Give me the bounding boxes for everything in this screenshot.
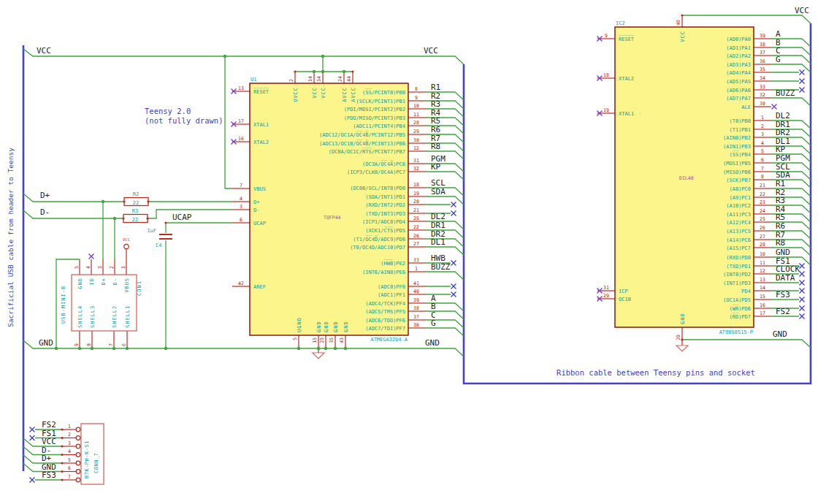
u1-pin-number: 43 bbox=[339, 337, 345, 343]
ic2-pin-name: ALE bbox=[741, 104, 751, 110]
net-label[interactable]: R8 bbox=[776, 238, 785, 248]
con1-pin-number: 1 bbox=[121, 266, 126, 269]
junction-dot bbox=[344, 347, 347, 350]
net-label[interactable]: DATA bbox=[776, 273, 795, 283]
u1-pin-number: 10 bbox=[413, 103, 419, 109]
u1-pin-name: XTAL2 bbox=[253, 140, 269, 145]
pin-endpoint-dot bbox=[61, 428, 63, 430]
u1-pin-number: 11 bbox=[413, 112, 419, 118]
conn7-pin-circle bbox=[76, 427, 80, 432]
junction-dot bbox=[321, 55, 324, 58]
net-wire bbox=[426, 196, 464, 205]
gnd-symbol bbox=[676, 345, 688, 351]
net-label[interactable]: R8 bbox=[431, 142, 440, 151]
ic2-pin-name: XTAL2 bbox=[619, 76, 634, 82]
u1-pin-number: 2 bbox=[288, 79, 294, 82]
u1-pin-number: 36 bbox=[413, 322, 419, 328]
u1-pin-name: (ICP1/ADC8)PD4 bbox=[362, 219, 405, 225]
ic2-pin-number: 5 bbox=[761, 148, 764, 154]
dplus-wire-a bbox=[23, 194, 124, 202]
u1-pin-name: (T1/O̅C̅4̅D̅/ADC9)PD6 bbox=[353, 235, 405, 242]
ic2-pin-number: 23 bbox=[760, 199, 765, 205]
ic2-pin-name: (AD3)PA3 bbox=[726, 62, 751, 68]
ic2-pin-number: 34 bbox=[760, 75, 765, 81]
ic2-pin-name: VCC bbox=[680, 31, 686, 42]
junction-dot bbox=[102, 200, 104, 203]
net-label-vcc[interactable]: VCC bbox=[795, 6, 809, 15]
ic2-pin-name: OC1B bbox=[619, 297, 631, 302]
ic2-pin-number: 17 bbox=[760, 310, 765, 316]
net-label-vcc[interactable]: VCC bbox=[424, 46, 438, 56]
net-label[interactable]: FS2 bbox=[776, 307, 790, 316]
net-label-ucap[interactable]: UCAP bbox=[172, 213, 192, 222]
vcc-power-symbol bbox=[124, 244, 129, 248]
u1-pin-name: GND bbox=[333, 321, 339, 332]
net-label[interactable]: FS3 bbox=[776, 290, 790, 299]
junction-dot bbox=[334, 347, 337, 350]
ic2-pin-name: (W̅R̅)PD6 bbox=[729, 305, 751, 311]
ic2-pin-number: 12 bbox=[760, 268, 765, 274]
u1-pin-number: 23 bbox=[319, 337, 325, 343]
net-label[interactable]: DL1 bbox=[431, 237, 445, 247]
schematic-canvas[interactable]: U1TQFP44ATMEGA32U4-A13R̅E̅S̅E̅T̅17XTAL11… bbox=[0, 0, 826, 504]
net-label-gnd[interactable]: GND bbox=[39, 338, 53, 348]
ic2-pin-number: 19 bbox=[603, 107, 609, 113]
con1-pin-number: 7 bbox=[108, 343, 114, 346]
u1-pin-name: XTAL1 bbox=[253, 122, 269, 128]
net-label-vcc[interactable]: VCC bbox=[37, 46, 51, 56]
con1-pin-name: D- bbox=[112, 278, 118, 285]
u1-pin-number: 44 bbox=[346, 76, 352, 82]
net-label[interactable]: BUZZ bbox=[431, 262, 451, 272]
ic2-part-name: AT90S8515-P bbox=[719, 329, 753, 335]
u1-pin-number: 13 bbox=[238, 85, 244, 91]
u1-pin-name: GND bbox=[316, 321, 322, 332]
ic2-pin-name: (T0)PB0 bbox=[729, 118, 751, 124]
u1-pin-name: (ADC0)PF0 bbox=[378, 284, 405, 290]
net-label[interactable]: G bbox=[776, 55, 781, 64]
pin-endpoint-dot bbox=[61, 437, 63, 439]
ic2-pin-name: (TXD)PD1 bbox=[726, 264, 751, 270]
u1-pin-name: UVCC bbox=[293, 87, 299, 102]
u1-pin-number: 32 bbox=[413, 166, 419, 172]
ic2-pin-name: PD4 bbox=[741, 289, 751, 294]
con1-pin-number: 4 bbox=[85, 266, 91, 269]
net-label-gnd[interactable]: GND bbox=[773, 329, 787, 339]
ic2-pin-name: GND bbox=[680, 313, 686, 324]
c4-reference: C4 bbox=[156, 243, 161, 248]
junction-dot bbox=[313, 70, 316, 73]
u1-pin-name: R̅E̅S̅E̅T̅ bbox=[253, 88, 269, 94]
net-label[interactable]: SDA bbox=[431, 187, 445, 196]
u1-pin-number: 16 bbox=[238, 136, 244, 142]
net-label-dplus[interactable]: D+ bbox=[40, 191, 50, 200]
net-label[interactable]: G bbox=[431, 318, 436, 328]
u1-pin-name: (OC3A/O̅C̅4̅A̅)PC6 bbox=[362, 160, 405, 167]
no-connect-x-icon bbox=[800, 79, 805, 84]
con1-pin-name: ID bbox=[89, 278, 95, 285]
ic2-pin-name: (AIN1)PB3 bbox=[723, 144, 751, 150]
conn7-pin-number: 3 bbox=[68, 440, 71, 446]
net-label-dminus[interactable]: D- bbox=[40, 207, 50, 217]
u1-pin-number: 42 bbox=[238, 280, 244, 286]
conn7-pin-number: 6 bbox=[68, 465, 71, 471]
junction-dot bbox=[317, 347, 320, 350]
r3-value: 22 bbox=[132, 217, 138, 223]
ic2-pin-number: 33 bbox=[760, 84, 765, 90]
ic2-pin-number: 15 bbox=[760, 294, 765, 299]
c4-value: 1uF bbox=[147, 228, 156, 234]
ic2-pin-number: 35 bbox=[760, 66, 765, 72]
net-label[interactable]: KP bbox=[431, 162, 441, 172]
junction-dot bbox=[112, 347, 115, 350]
ic2-pin-number: 13 bbox=[760, 277, 765, 283]
ic2-pin-name: (T1)PB1 bbox=[729, 127, 751, 133]
ic2-pin-name: (A9)PC1 bbox=[729, 195, 751, 201]
conn7-reference: CONN_7 bbox=[93, 453, 99, 473]
ic2-pin-number: 7 bbox=[761, 166, 764, 172]
ic2-pin-number: 32 bbox=[760, 92, 765, 98]
ic2-pin-number: 21 bbox=[760, 183, 765, 188]
junction-dot bbox=[297, 347, 300, 350]
net-label[interactable]: FS3 bbox=[42, 470, 56, 480]
net-label[interactable]: BUZZ bbox=[776, 88, 795, 98]
u1-pin-number: 21 bbox=[413, 207, 419, 213]
net-label-gnd[interactable]: GND bbox=[425, 338, 440, 348]
junction-dot bbox=[91, 347, 93, 350]
